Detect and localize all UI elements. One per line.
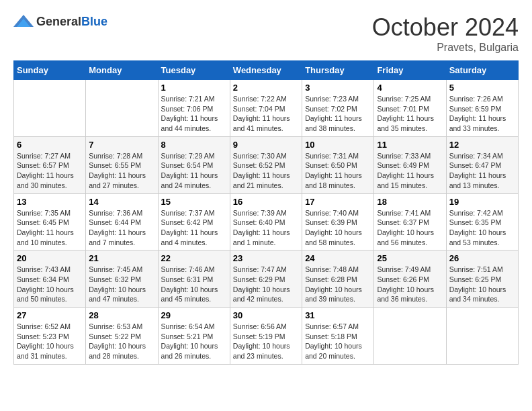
day-number: 25 [377, 253, 443, 263]
day-info: Sunrise: 7:37 AM Sunset: 6:42 PM Dayligh… [161, 208, 227, 248]
day-info: Sunrise: 7:40 AM Sunset: 6:39 PM Dayligh… [305, 208, 371, 248]
header-thursday: Thursday [302, 61, 374, 80]
table-row: 20 Sunrise: 7:43 AM Sunset: 6:34 PM Dayl… [14, 250, 86, 308]
day-info: Sunrise: 7:26 AM Sunset: 6:59 PM Dayligh… [449, 94, 515, 134]
calendar-row: 6 Sunrise: 7:27 AM Sunset: 6:57 PM Dayli… [14, 136, 519, 193]
daylight: Daylight: 10 hours and 34 minutes. [449, 285, 515, 304]
sunrise: Sunrise: 7:36 AM [89, 208, 154, 218]
sunrise: Sunrise: 7:43 AM [17, 265, 83, 275]
daylight: Daylight: 11 hours and 30 minutes. [17, 171, 83, 190]
calendar-row: 1 Sunrise: 7:21 AM Sunset: 7:06 PM Dayli… [14, 80, 519, 137]
day-number: 24 [305, 253, 371, 263]
table-row [14, 80, 86, 137]
day-number: 14 [89, 197, 154, 207]
header-saturday: Saturday [446, 61, 518, 80]
header-wednesday: Wednesday [230, 61, 302, 80]
daylight: Daylight: 10 hours and 23 minutes. [233, 341, 299, 361]
day-number: 29 [161, 310, 227, 320]
sunset: Sunset: 6:34 PM [17, 275, 83, 285]
daylight: Daylight: 10 hours and 36 minutes. [377, 285, 443, 304]
day-info: Sunrise: 7:36 AM Sunset: 6:44 PM Dayligh… [89, 208, 154, 248]
sunset: Sunset: 6:44 PM [89, 218, 154, 228]
daylight: Daylight: 10 hours and 31 minutes. [17, 341, 83, 361]
day-info: Sunrise: 6:57 AM Sunset: 5:18 PM Dayligh… [305, 322, 371, 361]
sunset: Sunset: 6:50 PM [305, 161, 371, 171]
sunrise: Sunrise: 7:45 AM [89, 265, 154, 275]
daylight: Daylight: 11 hours and 35 minutes. [377, 113, 443, 133]
day-info: Sunrise: 7:49 AM Sunset: 6:26 PM Dayligh… [377, 265, 443, 304]
day-number: 13 [17, 197, 83, 207]
daylight: Daylight: 11 hours and 13 minutes. [449, 171, 515, 190]
table-row: 6 Sunrise: 7:27 AM Sunset: 6:57 PM Dayli… [14, 136, 86, 193]
sunrise: Sunrise: 7:22 AM [233, 94, 299, 104]
day-info: Sunrise: 7:45 AM Sunset: 6:32 PM Dayligh… [89, 265, 154, 304]
daylight: Daylight: 11 hours and 27 minutes. [89, 171, 154, 190]
day-info: Sunrise: 7:27 AM Sunset: 6:57 PM Dayligh… [17, 151, 83, 191]
daylight: Daylight: 11 hours and 24 minutes. [161, 171, 227, 190]
sunrise: Sunrise: 7:21 AM [161, 94, 227, 104]
day-number: 19 [449, 197, 515, 207]
table-row: 18 Sunrise: 7:41 AM Sunset: 6:37 PM Dayl… [374, 193, 446, 250]
daylight: Daylight: 11 hours and 7 minutes. [89, 228, 154, 247]
day-info: Sunrise: 7:28 AM Sunset: 6:55 PM Dayligh… [89, 151, 154, 191]
day-number: 17 [305, 197, 371, 207]
sunset: Sunset: 6:29 PM [233, 275, 299, 285]
sunset: Sunset: 7:01 PM [377, 104, 443, 114]
sunrise: Sunrise: 7:49 AM [377, 265, 443, 275]
daylight: Daylight: 10 hours and 50 minutes. [17, 285, 83, 304]
day-info: Sunrise: 6:56 AM Sunset: 5:19 PM Dayligh… [233, 322, 299, 361]
sunset: Sunset: 6:25 PM [449, 275, 515, 285]
sunrise: Sunrise: 7:29 AM [161, 151, 227, 161]
day-number: 20 [17, 253, 83, 263]
day-info: Sunrise: 7:51 AM Sunset: 6:25 PM Dayligh… [449, 265, 515, 304]
calendar-row: 13 Sunrise: 7:35 AM Sunset: 6:45 PM Dayl… [14, 193, 519, 250]
day-number: 6 [17, 140, 83, 150]
day-info: Sunrise: 7:34 AM Sunset: 6:47 PM Dayligh… [449, 151, 515, 191]
sunset: Sunset: 6:55 PM [89, 161, 154, 171]
calendar-title-area: October 2024 Pravets, Bulgaria [372, 13, 519, 54]
day-info: Sunrise: 7:42 AM Sunset: 6:35 PM Dayligh… [449, 208, 515, 248]
logo: GeneralBlue [13, 13, 107, 30]
sunset: Sunset: 6:32 PM [89, 275, 154, 285]
day-number: 1 [161, 83, 227, 93]
header-sunday: Sunday [14, 61, 86, 80]
sunrise: Sunrise: 7:25 AM [377, 94, 443, 104]
sunset: Sunset: 5:21 PM [161, 332, 227, 342]
day-number: 3 [305, 83, 371, 93]
daylight: Daylight: 11 hours and 1 minute. [233, 228, 299, 247]
daylight: Daylight: 10 hours and 47 minutes. [89, 285, 154, 304]
sunrise: Sunrise: 7:23 AM [305, 94, 371, 104]
day-number: 8 [161, 140, 227, 150]
sunset: Sunset: 6:39 PM [305, 218, 371, 228]
logo-icon [13, 13, 34, 30]
table-row: 24 Sunrise: 7:48 AM Sunset: 6:28 PM Dayl… [302, 250, 374, 308]
daylight: Daylight: 11 hours and 18 minutes. [305, 171, 371, 190]
table-row [86, 80, 158, 137]
table-row [374, 308, 446, 365]
sunrise: Sunrise: 7:33 AM [377, 151, 443, 161]
day-info: Sunrise: 7:33 AM Sunset: 6:49 PM Dayligh… [377, 151, 443, 191]
sunset: Sunset: 6:28 PM [305, 275, 371, 285]
table-row: 9 Sunrise: 7:30 AM Sunset: 6:52 PM Dayli… [230, 136, 302, 193]
day-number: 28 [89, 310, 154, 320]
sunset: Sunset: 6:40 PM [233, 218, 299, 228]
day-number: 16 [233, 197, 299, 207]
sunset: Sunset: 7:06 PM [161, 104, 227, 114]
table-row: 4 Sunrise: 7:25 AM Sunset: 7:01 PM Dayli… [374, 80, 446, 137]
sunrise: Sunrise: 7:39 AM [233, 208, 299, 218]
daylight: Daylight: 10 hours and 45 minutes. [161, 285, 227, 304]
table-row: 30 Sunrise: 6:56 AM Sunset: 5:19 PM Dayl… [230, 308, 302, 365]
sunset: Sunset: 6:47 PM [449, 161, 515, 171]
sunset: Sunset: 5:19 PM [233, 332, 299, 342]
day-info: Sunrise: 7:48 AM Sunset: 6:28 PM Dayligh… [305, 265, 371, 304]
day-number: 18 [377, 197, 443, 207]
day-number: 5 [449, 83, 515, 93]
sunset: Sunset: 6:45 PM [17, 218, 83, 228]
day-number: 21 [89, 253, 154, 263]
header-monday: Monday [86, 61, 158, 80]
day-info: Sunrise: 7:21 AM Sunset: 7:06 PM Dayligh… [161, 94, 227, 134]
calendar-row: 27 Sunrise: 6:52 AM Sunset: 5:23 PM Dayl… [14, 308, 519, 365]
table-row: 16 Sunrise: 7:39 AM Sunset: 6:40 PM Dayl… [230, 193, 302, 250]
daylight: Daylight: 10 hours and 28 minutes. [89, 341, 154, 361]
sunset: Sunset: 6:35 PM [449, 218, 515, 228]
